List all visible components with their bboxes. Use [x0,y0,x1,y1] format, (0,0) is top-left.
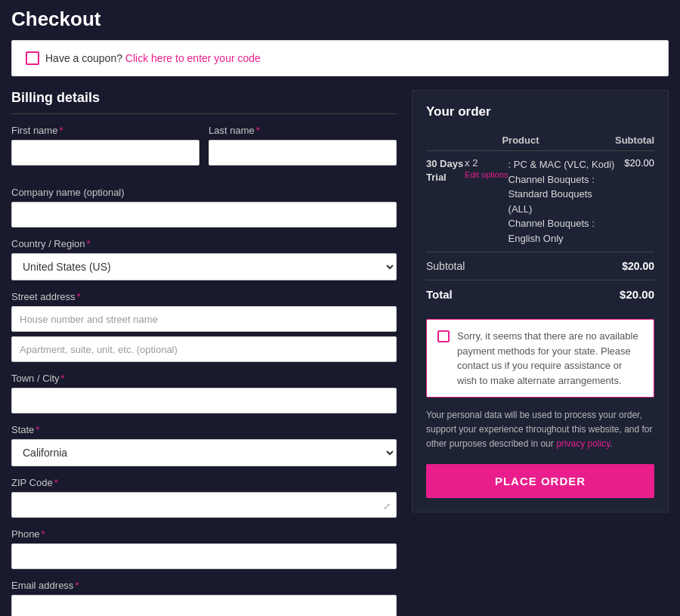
product-name: 30 Days Trial [426,151,465,252]
phone-group: Phone* [11,528,397,569]
city-input[interactable] [11,388,397,413]
zip-expand-icon: ⤢ [383,501,391,512]
billing-section: Billing details First name* Last name* [11,90,397,616]
billing-title: Billing details [11,90,397,114]
city-label: Town / City* [11,373,397,384]
place-order-button[interactable]: PLACE ORDER [426,464,654,498]
first-name-input[interactable] [11,140,199,166]
coupon-link[interactable]: Click here to enter your code [125,52,261,64]
product-desc: : PC & MAC (VLC, Kodi) Channel Bouquets … [508,151,615,252]
city-group: Town / City* [11,373,397,413]
email-label: Email address* [11,580,397,591]
state-group: State* California [11,424,397,466]
last-name-group: Last name* [209,125,397,166]
product-price: $20.00 [615,151,654,252]
order-product-row: 30 Days Trial x 2 Edit options : PC & MA… [426,151,654,252]
last-name-input[interactable] [209,140,397,166]
country-label: Country / Region* [11,238,397,249]
subtotal-value: $20.00 [615,252,654,280]
email-input[interactable] [11,595,397,616]
coupon-bar: Have a coupon? Click here to enter your … [11,40,669,76]
order-panel: Your order Product Subtotal 30 Days Tria… [412,90,669,512]
state-label: State* [11,424,397,435]
warning-box: Sorry, it seems that there are no availa… [426,319,654,398]
total-value: $20.00 [615,280,654,309]
zip-group: ZIP Code* ⤢ [11,477,397,518]
name-row: First name* Last name* [11,125,397,176]
last-name-label: Last name* [209,125,397,136]
zip-wrapper: ⤢ [11,492,397,518]
page-wrapper: Checkout Have a coupon? Click here to en… [0,0,680,616]
subtotal-col-header: Subtotal [615,130,654,151]
zip-input[interactable] [11,492,397,518]
subtotal-row: Subtotal $20.00 [426,252,654,280]
coupon-static-text: Have a coupon? Click here to enter your … [45,52,261,64]
state-select[interactable]: California [11,439,397,466]
total-row: Total $20.00 [426,280,654,309]
zip-label: ZIP Code* [11,477,397,488]
phone-label: Phone* [11,528,397,540]
coupon-icon [26,51,39,65]
company-group: Company name (optional) [11,187,397,228]
apt-input[interactable] [11,336,397,362]
privacy-policy-link[interactable]: privacy policy [556,438,610,449]
country-group: Country / Region* United States (US) [11,238,397,280]
email-group: Email address* [11,580,397,616]
street-label: Street address* [11,291,397,302]
phone-input[interactable] [11,543,397,569]
company-label: Company name (optional) [11,187,397,198]
company-input[interactable] [11,202,397,228]
edit-options-link[interactable]: Edit options [465,170,508,179]
page-title: Checkout [11,8,669,31]
order-table: Product Subtotal 30 Days Trial x 2 Edit … [426,130,654,308]
total-label: Total [426,280,615,309]
warning-icon [437,330,450,342]
first-name-label: First name* [11,125,199,136]
product-col-header: Product [426,130,615,151]
street-group: Street address* [11,291,397,362]
street-input[interactable] [11,306,397,332]
privacy-text: Your personal data will be used to proce… [426,408,654,452]
first-name-group: First name* [11,125,199,166]
product-qty: x 2 Edit options [465,151,508,252]
subtotal-label: Subtotal [426,252,615,280]
country-select[interactable]: United States (US) [11,253,397,280]
warning-text: Sorry, it seems that there are no availa… [457,329,643,388]
order-title: Your order [426,104,654,119]
main-layout: Billing details First name* Last name* [11,90,669,616]
